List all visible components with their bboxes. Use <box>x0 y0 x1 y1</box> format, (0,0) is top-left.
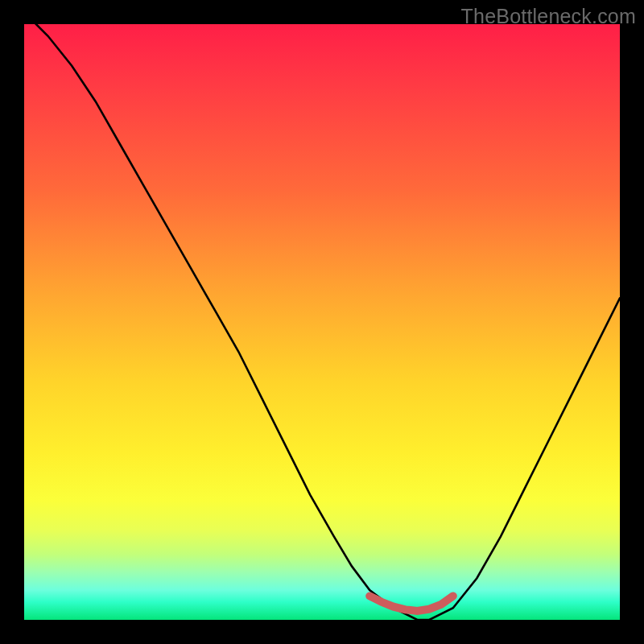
curve-layer <box>24 24 620 620</box>
plot-area <box>24 24 620 620</box>
trough-highlight <box>369 596 453 611</box>
watermark-text: TheBottleneck.com <box>461 5 636 28</box>
bottleneck-curve <box>24 24 620 620</box>
chart-frame: TheBottleneck.com <box>0 0 644 644</box>
